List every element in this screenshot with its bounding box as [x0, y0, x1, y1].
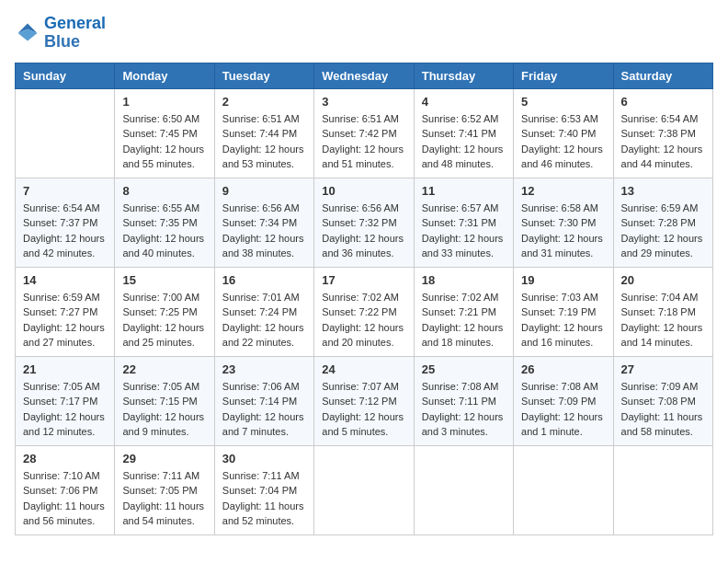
sunrise: Sunrise: 7:07 AM	[322, 379, 405, 395]
sunset: Sunset: 7:44 PM	[222, 126, 306, 142]
day-number: 28	[23, 452, 107, 465]
daylight: Daylight: 12 hours and 22 minutes.	[222, 320, 306, 350]
calendar-header-monday: Monday	[115, 63, 214, 88]
day-number: 2	[222, 95, 306, 109]
daylight: Daylight: 11 hours and 58 minutes.	[621, 409, 705, 440]
day-number: 11	[422, 184, 506, 198]
sunrise: Sunrise: 6:52 AM	[422, 111, 506, 127]
sunset: Sunset: 7:15 PM	[122, 394, 206, 409]
calendar-table: SundayMondayTuesdayWednesdayThursdayFrid…	[15, 63, 713, 535]
sunrise: Sunrise: 6:59 AM	[621, 201, 705, 216]
sunset: Sunset: 7:14 PM	[222, 394, 306, 409]
daylight: Daylight: 12 hours and 3 minutes.	[422, 409, 506, 440]
sunset: Sunset: 7:08 PM	[621, 394, 705, 409]
logo-icon	[15, 20, 40, 46]
day-info: Sunrise: 7:11 AM Sunset: 7:05 PM Dayligh…	[122, 468, 206, 529]
day-info: Sunrise: 6:59 AM Sunset: 7:28 PM Dayligh…	[621, 201, 705, 261]
calendar-cell: 2 Sunrise: 6:51 AM Sunset: 7:44 PM Dayli…	[214, 88, 313, 178]
sunset: Sunset: 7:28 PM	[621, 215, 705, 231]
sunset: Sunset: 7:45 PM	[122, 126, 206, 142]
sunrise: Sunrise: 6:56 AM	[322, 201, 405, 216]
day-info: Sunrise: 7:09 AM Sunset: 7:08 PM Dayligh…	[621, 379, 705, 440]
sunset: Sunset: 7:42 PM	[322, 126, 405, 142]
calendar-week-row: 1 Sunrise: 6:50 AM Sunset: 7:45 PM Dayli…	[16, 88, 713, 178]
day-info: Sunrise: 7:08 AM Sunset: 7:11 PM Dayligh…	[422, 379, 506, 440]
daylight: Daylight: 12 hours and 12 minutes.	[23, 409, 107, 440]
calendar-header-sunday: Sunday	[16, 63, 115, 88]
daylight: Daylight: 12 hours and 48 minutes.	[422, 142, 506, 172]
day-info: Sunrise: 6:50 AM Sunset: 7:45 PM Dayligh…	[122, 111, 206, 172]
daylight: Daylight: 12 hours and 14 minutes.	[621, 320, 705, 350]
day-number: 10	[322, 184, 405, 198]
calendar-cell	[16, 88, 115, 178]
calendar-cell: 5 Sunrise: 6:53 AM Sunset: 7:40 PM Dayli…	[514, 88, 613, 178]
day-info: Sunrise: 7:06 AM Sunset: 7:14 PM Dayligh…	[222, 379, 306, 440]
sunset: Sunset: 7:34 PM	[222, 215, 306, 231]
calendar-header-saturday: Saturday	[613, 63, 712, 88]
sunrise: Sunrise: 6:58 AM	[521, 201, 605, 216]
day-number: 25	[422, 362, 506, 376]
sunset: Sunset: 7:41 PM	[422, 126, 506, 142]
calendar-cell: 1 Sunrise: 6:50 AM Sunset: 7:45 PM Dayli…	[115, 88, 214, 178]
calendar-header-thursday: Thursday	[414, 63, 513, 88]
daylight: Daylight: 12 hours and 20 minutes.	[322, 320, 405, 350]
sunrise: Sunrise: 7:02 AM	[422, 290, 506, 305]
day-number: 27	[621, 362, 705, 376]
day-number: 15	[122, 273, 206, 287]
day-number: 12	[521, 184, 605, 198]
sunset: Sunset: 7:05 PM	[122, 483, 206, 499]
day-info: Sunrise: 7:05 AM Sunset: 7:15 PM Dayligh…	[122, 379, 206, 440]
day-number: 14	[23, 273, 107, 287]
day-info: Sunrise: 7:10 AM Sunset: 7:06 PM Dayligh…	[23, 468, 107, 529]
daylight: Daylight: 12 hours and 42 minutes.	[23, 231, 107, 261]
sunrise: Sunrise: 7:09 AM	[621, 379, 705, 395]
calendar-cell: 12 Sunrise: 6:58 AM Sunset: 7:30 PM Dayl…	[514, 178, 613, 267]
calendar-cell: 26 Sunrise: 7:08 AM Sunset: 7:09 PM Dayl…	[514, 356, 613, 445]
day-number: 1	[122, 95, 206, 109]
calendar-cell: 23 Sunrise: 7:06 AM Sunset: 7:14 PM Dayl…	[214, 356, 313, 445]
sunrise: Sunrise: 6:53 AM	[521, 111, 605, 127]
day-info: Sunrise: 6:52 AM Sunset: 7:41 PM Dayligh…	[422, 111, 506, 172]
calendar-cell: 20 Sunrise: 7:04 AM Sunset: 7:18 PM Dayl…	[613, 267, 712, 356]
calendar-cell: 18 Sunrise: 7:02 AM Sunset: 7:21 PM Dayl…	[414, 267, 513, 356]
sunset: Sunset: 7:32 PM	[322, 215, 405, 231]
daylight: Daylight: 12 hours and 46 minutes.	[521, 142, 605, 172]
daylight: Daylight: 12 hours and 9 minutes.	[122, 409, 206, 440]
day-info: Sunrise: 7:07 AM Sunset: 7:12 PM Dayligh…	[322, 379, 405, 440]
sunrise: Sunrise: 7:05 AM	[122, 379, 206, 395]
daylight: Daylight: 12 hours and 7 minutes.	[222, 409, 306, 440]
sunrise: Sunrise: 7:05 AM	[23, 379, 107, 395]
day-info: Sunrise: 6:57 AM Sunset: 7:31 PM Dayligh…	[422, 201, 506, 261]
day-number: 13	[621, 184, 705, 198]
calendar-cell: 30 Sunrise: 7:11 AM Sunset: 7:04 PM Dayl…	[214, 445, 313, 534]
calendar-cell: 7 Sunrise: 6:54 AM Sunset: 7:37 PM Dayli…	[16, 178, 115, 267]
calendar-cell: 25 Sunrise: 7:08 AM Sunset: 7:11 PM Dayl…	[414, 356, 513, 445]
sunrise: Sunrise: 7:11 AM	[222, 468, 306, 484]
day-info: Sunrise: 7:08 AM Sunset: 7:09 PM Dayligh…	[521, 379, 605, 440]
calendar-week-row: 21 Sunrise: 7:05 AM Sunset: 7:17 PM Dayl…	[16, 356, 713, 445]
daylight: Daylight: 12 hours and 1 minute.	[521, 409, 605, 440]
daylight: Daylight: 12 hours and 53 minutes.	[222, 142, 306, 172]
calendar-cell: 14 Sunrise: 6:59 AM Sunset: 7:27 PM Dayl…	[16, 267, 115, 356]
day-info: Sunrise: 6:51 AM Sunset: 7:42 PM Dayligh…	[322, 111, 405, 172]
daylight: Daylight: 12 hours and 40 minutes.	[122, 231, 206, 261]
calendar-cell: 22 Sunrise: 7:05 AM Sunset: 7:15 PM Dayl…	[115, 356, 214, 445]
day-number: 19	[521, 273, 605, 287]
sunrise: Sunrise: 7:06 AM	[222, 379, 306, 395]
day-number: 26	[521, 362, 605, 376]
sunrise: Sunrise: 7:02 AM	[322, 290, 405, 305]
day-number: 18	[422, 273, 506, 287]
calendar-week-row: 14 Sunrise: 6:59 AM Sunset: 7:27 PM Dayl…	[16, 267, 713, 356]
day-info: Sunrise: 7:05 AM Sunset: 7:17 PM Dayligh…	[23, 379, 107, 440]
calendar-week-row: 28 Sunrise: 7:10 AM Sunset: 7:06 PM Dayl…	[16, 445, 713, 534]
sunset: Sunset: 7:04 PM	[222, 483, 306, 499]
day-info: Sunrise: 7:03 AM Sunset: 7:19 PM Dayligh…	[521, 290, 605, 350]
daylight: Daylight: 12 hours and 27 minutes.	[23, 320, 107, 350]
day-number: 20	[621, 273, 705, 287]
logo: General Blue	[15, 15, 106, 52]
calendar-cell: 19 Sunrise: 7:03 AM Sunset: 7:19 PM Dayl…	[514, 267, 613, 356]
sunset: Sunset: 7:30 PM	[521, 215, 605, 231]
calendar-cell: 29 Sunrise: 7:11 AM Sunset: 7:05 PM Dayl…	[115, 445, 214, 534]
day-number: 30	[222, 452, 306, 465]
sunset: Sunset: 7:12 PM	[322, 394, 405, 409]
